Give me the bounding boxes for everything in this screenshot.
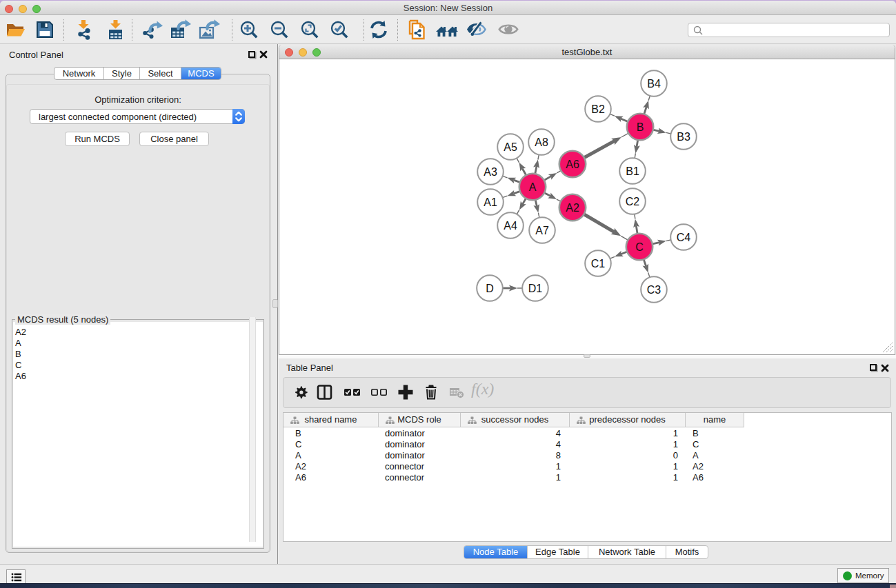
svg-text:C4: C4: [677, 232, 691, 243]
svg-text:B1: B1: [626, 165, 639, 177]
svg-text:A: A: [529, 181, 537, 193]
svg-text:A3: A3: [484, 166, 497, 178]
svg-text:A5: A5: [504, 141, 517, 153]
svg-text:B2: B2: [591, 103, 605, 115]
svg-text:B4: B4: [647, 78, 661, 90]
svg-text:C: C: [635, 241, 644, 253]
svg-text:A6: A6: [566, 159, 579, 170]
svg-text:C1: C1: [591, 258, 606, 270]
svg-text:C2: C2: [626, 196, 640, 207]
svg-text:A4: A4: [504, 220, 517, 232]
svg-text:A7: A7: [535, 225, 549, 236]
svg-text:A8: A8: [535, 136, 548, 148]
svg-text:D1: D1: [528, 283, 543, 294]
svg-text:A1: A1: [484, 196, 497, 208]
svg-text:C3: C3: [647, 284, 661, 296]
svg-text:B: B: [637, 121, 644, 133]
svg-text:B3: B3: [677, 131, 690, 143]
svg-text:A2: A2: [566, 202, 579, 214]
svg-text:D: D: [486, 283, 494, 294]
